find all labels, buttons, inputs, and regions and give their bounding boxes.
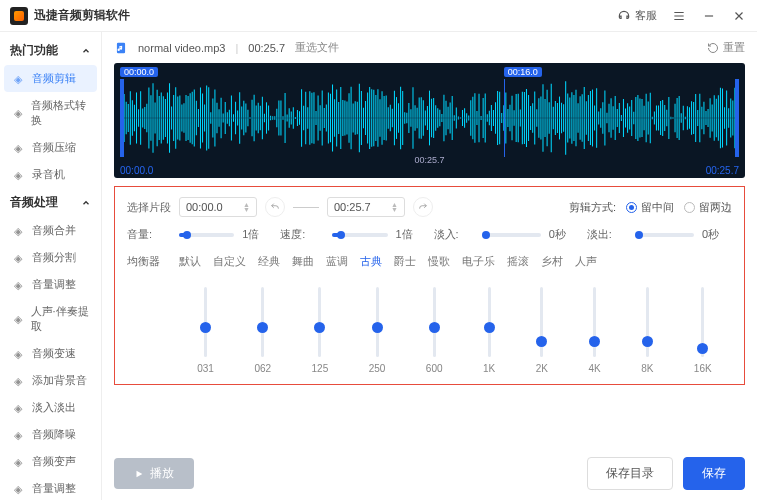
sidebar-item[interactable]: ◈音频分割 bbox=[0, 244, 101, 271]
eq-band-label: 250 bbox=[369, 363, 386, 374]
save-button[interactable]: 保存 bbox=[683, 457, 745, 490]
eq-tab[interactable]: 经典 bbox=[258, 252, 280, 271]
eq-tab[interactable]: 默认 bbox=[179, 252, 201, 271]
fadein-slider[interactable] bbox=[486, 233, 541, 237]
eq-tab[interactable]: 乡村 bbox=[541, 252, 563, 271]
pitch-icon: ◈ bbox=[14, 456, 26, 468]
convert-icon: ◈ bbox=[14, 107, 25, 119]
eq-band-label: 1K bbox=[483, 363, 495, 374]
timeline-start: 00:00.0 bbox=[120, 165, 153, 176]
eq-band-slider[interactable] bbox=[540, 287, 543, 357]
eq-band-label: 8K bbox=[641, 363, 653, 374]
play-icon bbox=[134, 469, 144, 479]
eq-tab[interactable]: 人声 bbox=[575, 252, 597, 271]
fade-icon: ◈ bbox=[14, 402, 26, 414]
waveform-canvas[interactable] bbox=[120, 79, 739, 157]
file-duration: 00:25.7 bbox=[248, 42, 285, 54]
marker-mid[interactable]: 00:16.0 bbox=[504, 67, 542, 77]
scissors-icon: ◈ bbox=[14, 73, 26, 85]
clip-mode-keep-sides-radio[interactable]: 留两边 bbox=[684, 200, 732, 215]
marker-start[interactable]: 00:00.0 bbox=[120, 67, 158, 77]
split-icon: ◈ bbox=[14, 252, 26, 264]
redo-button[interactable] bbox=[413, 197, 433, 217]
volume-icon: ◈ bbox=[14, 483, 26, 495]
sidebar-item[interactable]: ◈音频变声 bbox=[0, 448, 101, 475]
bgm-icon: ◈ bbox=[14, 375, 26, 387]
sidebar-item[interactable]: ◈音量调整 bbox=[0, 271, 101, 298]
play-button[interactable]: 播放 bbox=[114, 458, 194, 489]
eq-tab[interactable]: 舞曲 bbox=[292, 252, 314, 271]
chevron-up-icon bbox=[81, 46, 91, 56]
eq-tab[interactable]: 摇滚 bbox=[507, 252, 529, 271]
eq-tab[interactable]: 慢歌 bbox=[428, 252, 450, 271]
sidebar-section[interactable]: 音频处理 bbox=[0, 188, 101, 217]
close-button[interactable] bbox=[731, 8, 747, 24]
sidebar-item[interactable]: ◈音频压缩 bbox=[0, 134, 101, 161]
selection-handle-left[interactable] bbox=[120, 79, 124, 157]
sidebar-item[interactable]: ◈音频剪辑 bbox=[4, 65, 97, 92]
clip-mode-keep-middle-radio[interactable]: 留中间 bbox=[626, 200, 674, 215]
reset-button[interactable]: 重置 bbox=[707, 40, 745, 55]
sidebar-item[interactable]: ◈添加背景音 bbox=[0, 367, 101, 394]
customer-service-button[interactable]: 客服 bbox=[617, 8, 657, 23]
fadein-value: 0秒 bbox=[549, 227, 579, 242]
eq-band-slider[interactable] bbox=[488, 287, 491, 357]
fadein-label: 淡入: bbox=[434, 227, 478, 242]
eq-band-slider[interactable] bbox=[261, 287, 264, 357]
undo-button[interactable] bbox=[265, 197, 285, 217]
control-panel: 选择片段 00:00.0▲▼ 00:25.7▲▼ 剪辑方式: 留中间 留两边 音… bbox=[114, 186, 745, 385]
segment-from-input[interactable]: 00:00.0▲▼ bbox=[179, 197, 257, 217]
app-title: 迅捷音频剪辑软件 bbox=[34, 7, 617, 24]
sidebar-item[interactable]: ◈音频合并 bbox=[0, 217, 101, 244]
sidebar: 热门功能◈音频剪辑◈音频格式转换◈音频压缩◈录音机音频处理◈音频合并◈音频分割◈… bbox=[0, 32, 102, 500]
segment-label: 选择片段 bbox=[127, 200, 171, 215]
fadeout-label: 淡出: bbox=[587, 227, 631, 242]
eq-tab[interactable]: 自定义 bbox=[213, 252, 246, 271]
eq-band-label: 600 bbox=[426, 363, 443, 374]
reset-label: 重置 bbox=[723, 40, 745, 55]
eq-tab[interactable]: 蓝调 bbox=[326, 252, 348, 271]
eq-band-label: 125 bbox=[312, 363, 329, 374]
sidebar-section[interactable]: 热门功能 bbox=[0, 36, 101, 65]
menu-button[interactable] bbox=[671, 8, 687, 24]
segment-to-input[interactable]: 00:25.7▲▼ bbox=[327, 197, 405, 217]
headset-icon bbox=[617, 9, 631, 23]
reselect-file-link[interactable]: 重选文件 bbox=[295, 40, 339, 55]
eq-band-slider[interactable] bbox=[376, 287, 379, 357]
eq-band-slider[interactable] bbox=[646, 287, 649, 357]
save-dir-button[interactable]: 保存目录 bbox=[587, 457, 673, 490]
eq-band-slider[interactable] bbox=[318, 287, 321, 357]
redo-icon bbox=[418, 202, 428, 212]
sidebar-item[interactable]: ◈录音机 bbox=[0, 161, 101, 188]
eq-band-slider[interactable] bbox=[701, 287, 704, 357]
minimize-icon bbox=[702, 9, 716, 23]
waveform-svg bbox=[120, 79, 739, 157]
speed-slider[interactable] bbox=[332, 233, 387, 237]
sidebar-item[interactable]: ◈音频格式转换 bbox=[0, 92, 101, 134]
file-name: normal video.mp3 bbox=[138, 42, 225, 54]
reset-icon bbox=[707, 42, 719, 54]
mic-icon: ◈ bbox=[14, 169, 26, 181]
close-icon bbox=[732, 9, 746, 23]
volume-value: 1倍 bbox=[242, 227, 272, 242]
sidebar-item[interactable]: ◈音频降噪 bbox=[0, 421, 101, 448]
sidebar-item[interactable]: ◈音频变速 bbox=[0, 340, 101, 367]
sidebar-item[interactable]: ◈淡入淡出 bbox=[0, 394, 101, 421]
selection-handle-right[interactable] bbox=[735, 79, 739, 157]
eq-band-slider[interactable] bbox=[593, 287, 596, 357]
sidebar-item[interactable]: ◈音量调整 bbox=[0, 475, 101, 500]
speed-value: 1倍 bbox=[396, 227, 426, 242]
timeline-end: 00:25.7 bbox=[706, 165, 739, 176]
eq-tab[interactable]: 爵士 bbox=[394, 252, 416, 271]
eq-band-slider[interactable] bbox=[433, 287, 436, 357]
eq-tab[interactable]: 古典 bbox=[360, 252, 382, 271]
sidebar-item[interactable]: ◈人声·伴奏提取 bbox=[0, 298, 101, 340]
eq-tab[interactable]: 电子乐 bbox=[462, 252, 495, 271]
fadeout-slider[interactable] bbox=[639, 233, 694, 237]
noise-icon: ◈ bbox=[14, 429, 26, 441]
volume-slider[interactable] bbox=[179, 233, 234, 237]
eq-band-slider[interactable] bbox=[204, 287, 207, 357]
eq-band-label: 4K bbox=[588, 363, 600, 374]
vocal-icon: ◈ bbox=[14, 313, 25, 325]
minimize-button[interactable] bbox=[701, 8, 717, 24]
